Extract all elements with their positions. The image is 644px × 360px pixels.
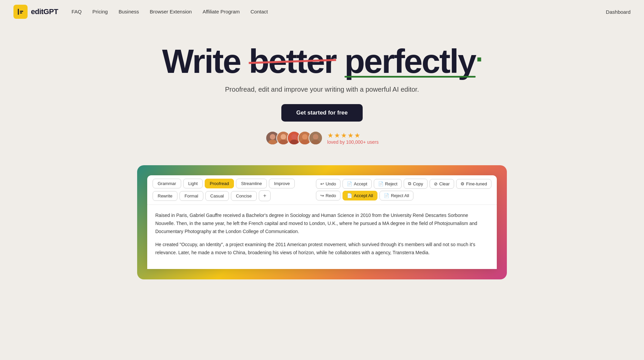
svg-point-12 bbox=[311, 140, 320, 144]
nav-faq[interactable]: FAQ bbox=[72, 9, 82, 14]
more-button[interactable]: + bbox=[259, 190, 271, 201]
nav-affiliate[interactable]: Affiliate Program bbox=[203, 9, 240, 14]
proofread-button[interactable]: Proofread bbox=[205, 179, 234, 188]
reject-all-button[interactable]: 📄 Reject All bbox=[379, 191, 413, 200]
toolbar-modes: Grammar Light Proofread Streamline Impro… bbox=[153, 179, 295, 201]
hero-section: Write better perfectly. Proofread, edit … bbox=[0, 24, 644, 165]
rewrite-button[interactable]: Rewrite bbox=[153, 191, 177, 201]
toolbar-row2: Rewrite Formal Casual Concise + bbox=[153, 190, 295, 201]
navbar: editGPT FAQ Pricing Business Browser Ext… bbox=[0, 0, 644, 24]
reject-all-icon: 📄 bbox=[384, 193, 389, 198]
nav-business[interactable]: Business bbox=[119, 9, 139, 14]
svg-point-10 bbox=[300, 140, 309, 144]
social-proof: ★★★★★ loved by 100,000+ users bbox=[7, 131, 637, 145]
hero-perfectly: perfectly bbox=[345, 44, 476, 79]
logo-icon bbox=[13, 5, 28, 19]
app-preview-wrapper: Grammar Light Proofread Streamline Impro… bbox=[0, 165, 644, 279]
casual-button[interactable]: Casual bbox=[205, 191, 229, 201]
toolbar: Grammar Light Proofread Streamline Impro… bbox=[147, 175, 497, 205]
clear-icon: ⊘ bbox=[434, 181, 438, 186]
svg-point-9 bbox=[302, 134, 307, 139]
accept-all-icon: 📄 bbox=[347, 193, 352, 198]
svg-point-5 bbox=[280, 134, 286, 139]
hero-subtitle: Proofread, edit and improve your writing… bbox=[7, 86, 637, 93]
undo-button[interactable]: ↩ Undo bbox=[316, 179, 340, 189]
svg-point-4 bbox=[268, 140, 277, 144]
logo[interactable]: editGPT bbox=[13, 5, 58, 19]
hero-title: Write better perfectly. bbox=[7, 44, 637, 79]
editor-content: Raised in Paris, Gabriel Gauffre receive… bbox=[147, 205, 497, 269]
actions-row1: ↩ Undo 📄 Accept 📄 Reject ⧉ bbox=[316, 179, 491, 189]
logo-text: editGPT bbox=[31, 7, 58, 16]
app-window: Grammar Light Proofread Streamline Impro… bbox=[147, 175, 497, 269]
svg-point-11 bbox=[313, 134, 318, 139]
redo-icon: ↪ bbox=[320, 193, 324, 198]
nav-pricing[interactable]: Pricing bbox=[92, 9, 108, 14]
streamline-button[interactable]: Streamline bbox=[236, 179, 267, 188]
avatar-group bbox=[266, 131, 323, 145]
actions-row2: ↪ Redo 📄 Accept All 📄 Reject All bbox=[316, 191, 491, 200]
svg-rect-2 bbox=[20, 12, 22, 13]
grammar-button[interactable]: Grammar bbox=[153, 179, 181, 188]
reject-icon: 📄 bbox=[378, 181, 384, 186]
formal-button[interactable]: Formal bbox=[179, 191, 203, 201]
nav-links: FAQ Pricing Business Browser Extension A… bbox=[72, 9, 268, 15]
copy-icon: ⧉ bbox=[408, 181, 411, 186]
copy-button[interactable]: ⧉ Copy bbox=[404, 179, 427, 189]
loved-text: loved by 100,000+ users bbox=[327, 139, 379, 145]
toolbar-actions: ↩ Undo 📄 Accept 📄 Reject ⧉ bbox=[316, 179, 491, 200]
toolbar-row1: Grammar Light Proofread Streamline Impro… bbox=[153, 179, 295, 188]
svg-point-8 bbox=[290, 140, 298, 144]
stars-text: ★★★★★ loved by 100,000+ users bbox=[327, 131, 379, 145]
avatar bbox=[309, 131, 323, 145]
editor-paragraph-2: He created "Occupy, an Identity", a proj… bbox=[155, 241, 489, 257]
accept-button[interactable]: 📄 Accept bbox=[343, 179, 372, 189]
redo-button[interactable]: ↪ Redo bbox=[316, 191, 340, 200]
hero-better: better bbox=[249, 44, 336, 79]
accept-all-button[interactable]: 📄 Accept All bbox=[343, 191, 377, 200]
svg-rect-0 bbox=[18, 9, 19, 15]
svg-point-3 bbox=[270, 134, 275, 139]
accept-icon: 📄 bbox=[347, 181, 352, 186]
svg-point-6 bbox=[279, 140, 287, 144]
nav-browser-extension[interactable]: Browser Extension bbox=[150, 9, 192, 14]
finetuned-icon: ⚙ bbox=[460, 181, 465, 186]
app-preview: Grammar Light Proofread Streamline Impro… bbox=[137, 165, 507, 279]
editor-paragraph-1: Raised in Paris, Gabriel Gauffre receive… bbox=[155, 212, 489, 235]
concise-button[interactable]: Concise bbox=[231, 191, 257, 201]
hero-write: Write bbox=[162, 42, 249, 80]
stars: ★★★★★ bbox=[327, 131, 361, 139]
reject-button[interactable]: 📄 Reject bbox=[374, 179, 402, 189]
svg-rect-1 bbox=[20, 11, 23, 12]
light-button[interactable]: Light bbox=[183, 179, 203, 188]
dashboard-link[interactable]: Dashboard bbox=[606, 9, 631, 15]
nav-contact[interactable]: Contact bbox=[250, 9, 268, 14]
undo-icon: ↩ bbox=[320, 181, 324, 186]
svg-point-7 bbox=[291, 134, 296, 139]
improve-button[interactable]: Improve bbox=[269, 179, 295, 188]
finetuned-button[interactable]: ⚙ Fine-tuned bbox=[456, 179, 491, 189]
clear-button[interactable]: ⊘ Clear bbox=[430, 179, 454, 189]
cta-button[interactable]: Get started for free bbox=[281, 104, 362, 122]
